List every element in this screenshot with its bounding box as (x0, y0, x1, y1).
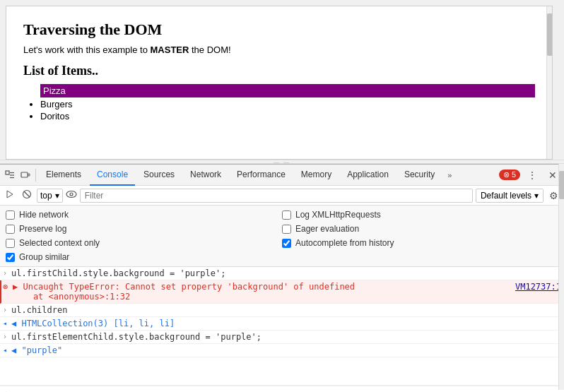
page-scroll-thumb (547, 13, 553, 56)
subtitle-suffix: the DOM! (189, 44, 230, 55)
console-text-1: ul.firstChild.style.background = 'purple… (11, 268, 561, 278)
svg-rect-5 (28, 174, 30, 176)
devtools-toolbar-right: ⊗ 5 ⋮ ✕ (498, 168, 561, 182)
option-group-similar[interactable]: Group similar (6, 251, 282, 263)
devtools-scroll-thumb (559, 171, 564, 199)
context-value: top (40, 191, 52, 201)
result-arrow-4: ◂ (3, 319, 7, 327)
tab-more-button[interactable]: » (443, 168, 456, 182)
option-autocomplete[interactable]: Autocomplete from history (282, 237, 558, 249)
console-line-4: ◂ ◀ HTMLCollection(3) [li, li, li] (0, 317, 564, 331)
input-arrow-3: › (3, 306, 7, 314)
log-level-selector[interactable]: Default levels ▾ (476, 189, 544, 203)
device-icon[interactable] (18, 168, 33, 182)
context-selector[interactable]: top ▾ (37, 189, 63, 203)
console-text-4: ◀ HTMLCollection(3) [li, li, li] (11, 319, 561, 328)
tab-elements[interactable]: Elements (39, 165, 88, 186)
inspect-icon[interactable] (3, 168, 17, 182)
eager-eval-label: Eager evaluation (295, 224, 359, 234)
error-icon-circle: ⊗ (503, 170, 510, 179)
svg-rect-4 (21, 172, 28, 177)
svg-marker-6 (7, 191, 13, 198)
level-label: Default levels (481, 191, 531, 201)
page-scrollbar[interactable] (546, 6, 552, 160)
console-text-5: ul.firstElementChild.style.background = … (11, 332, 561, 342)
page-subtitle: Let's work with this example to MASTER t… (23, 44, 535, 55)
result-arrow-6: ◂ (3, 346, 7, 354)
console-clear-button[interactable] (20, 189, 34, 201)
console-options-panel: Hide network Log XMLHttpRequests Preserv… (0, 206, 564, 267)
item-list: Pizza Burgers Doritos (23, 84, 535, 121)
log-xml-checkbox[interactable] (282, 210, 291, 220)
console-error-line: ⊗ ▶ Uncaught TypeError: Cannot set prope… (0, 280, 564, 304)
tab-sources[interactable]: Sources (136, 165, 182, 186)
console-toolbar: top ▾ Default levels ▾ ⚙ (0, 186, 564, 206)
devtools-scrollbar[interactable] (558, 164, 564, 390)
console-line-6: ◂ ◀ "purple" (0, 344, 564, 357)
tab-network[interactable]: Network (183, 165, 228, 186)
list-item-pizza: Pizza (40, 84, 535, 97)
subtitle-prefix: Let's work with this example to (23, 44, 151, 55)
list-item-doritos: Doritos (40, 111, 535, 121)
console-line-3: › ul.children (0, 304, 564, 317)
list-heading: List of Items.. (23, 64, 535, 78)
option-selected-context[interactable]: Selected context only (6, 237, 282, 249)
more-options-button[interactable]: ⋮ (523, 168, 541, 182)
tab-security[interactable]: Security (397, 165, 442, 186)
console-input-line[interactable]: › (0, 386, 564, 392)
input-arrow-5: › (3, 333, 7, 340)
option-eager-eval[interactable]: Eager evaluation (282, 222, 558, 235)
tab-memory[interactable]: Memory (294, 165, 339, 186)
error-circle-icon: ⊗ (3, 282, 8, 292)
console-line-5: › ul.firstElementChild.style.background … (0, 331, 564, 344)
console-input[interactable] (11, 388, 561, 393)
svg-rect-0 (6, 171, 9, 174)
devtools-panel: Elements Console Sources Network Perform… (0, 164, 564, 390)
hide-network-checkbox[interactable] (6, 210, 15, 220)
tab-console[interactable]: Console (90, 165, 135, 186)
context-arrow: ▾ (55, 191, 59, 201)
page-title: Traversing the DOM (23, 20, 535, 39)
input-arrow-1: › (3, 269, 7, 277)
console-prompt: › (6, 388, 8, 392)
svg-line-8 (24, 191, 30, 197)
console-line-1: › ul.firstChild.style.background = 'purp… (0, 267, 564, 280)
error-badge: ⊗ 5 (499, 170, 520, 180)
console-play-button[interactable] (3, 189, 17, 201)
eager-eval-checkbox[interactable] (282, 225, 291, 234)
group-similar-label: Group similar (19, 252, 69, 262)
svg-point-10 (70, 193, 73, 196)
preserve-log-checkbox[interactable] (6, 225, 15, 234)
eye-icon[interactable] (66, 190, 77, 201)
error-stack: at <anonymous>:1:32 (13, 292, 130, 302)
list-item-burgers: Burgers (40, 99, 535, 109)
subtitle-bold: MASTER (151, 44, 189, 55)
error-count: 5 (512, 170, 516, 179)
option-preserve-log[interactable]: Preserve log (6, 222, 282, 235)
option-log-xml[interactable]: Log XMLHttpRequests (282, 208, 558, 221)
console-output[interactable]: › ul.firstChild.style.background = 'purp… (0, 267, 564, 386)
selected-context-label: Selected context only (19, 238, 100, 248)
option-hide-network[interactable]: Hide network (6, 208, 282, 221)
error-message: ▶ Uncaught TypeError: Cannot set propert… (13, 282, 515, 292)
console-text-6: ◀ "purple" (11, 345, 561, 355)
autocomplete-label: Autocomplete from history (295, 238, 394, 248)
hide-network-label: Hide network (19, 210, 69, 220)
devtools-tabbar: Elements Console Sources Network Perform… (0, 165, 564, 186)
group-similar-checkbox[interactable] (6, 253, 15, 262)
toolbar-separator-1 (35, 169, 36, 182)
error-file-ref[interactable]: VM12737:1 (515, 282, 561, 292)
log-xml-label: Log XMLHttpRequests (295, 210, 381, 220)
filter-input[interactable] (80, 189, 473, 203)
selected-context-checkbox[interactable] (6, 239, 15, 248)
level-arrow: ▾ (534, 191, 539, 201)
tab-performance[interactable]: Performance (230, 165, 293, 186)
preserve-log-label: Preserve log (19, 224, 66, 234)
svg-point-9 (66, 191, 76, 198)
tab-application[interactable]: Application (340, 165, 396, 186)
console-text-3: ul.children (11, 305, 561, 315)
autocomplete-checkbox[interactable] (282, 239, 291, 248)
